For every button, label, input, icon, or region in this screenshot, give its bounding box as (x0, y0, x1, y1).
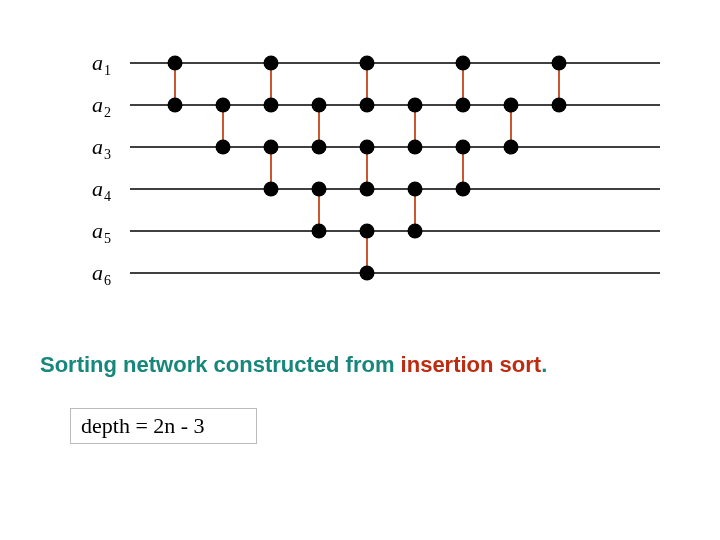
sorting-network-figure: a1a2a3a4a5a6 (0, 0, 720, 540)
wire-label: a (92, 50, 103, 75)
comparator-endpoint (552, 98, 567, 113)
wire-label-subscript: 4 (104, 189, 111, 204)
comparator-endpoint (552, 56, 567, 71)
comparator-endpoint (168, 56, 183, 71)
comparator-endpoint (456, 140, 471, 155)
wire-label: a (92, 218, 103, 243)
comparator-endpoint (360, 224, 375, 239)
depth-formula-text: depth = 2n - 3 (81, 413, 205, 438)
wire-label-subscript: 6 (104, 273, 111, 288)
wire-label: a (92, 260, 103, 285)
comparator-endpoint (312, 140, 327, 155)
wire-label-subscript: 5 (104, 231, 111, 246)
wire-label: a (92, 176, 103, 201)
comparator-endpoint (360, 98, 375, 113)
comparator-endpoint (360, 56, 375, 71)
wire-label: a (92, 134, 103, 159)
sorting-network-svg: a1a2a3a4a5a6 (0, 0, 720, 540)
comparator-endpoint (456, 182, 471, 197)
comparator-endpoint (216, 98, 231, 113)
caption-suffix: . (541, 352, 547, 377)
comparator-endpoint (312, 98, 327, 113)
comparator-endpoint (264, 56, 279, 71)
wire-label-subscript: 3 (104, 147, 111, 162)
wire-label-subscript: 1 (104, 63, 111, 78)
comparator-endpoint (408, 182, 423, 197)
comparator-endpoint (216, 140, 231, 155)
comparator-endpoint (312, 224, 327, 239)
comparator-endpoint (456, 56, 471, 71)
comparator-endpoint (456, 98, 471, 113)
comparator-endpoint (264, 182, 279, 197)
caption-prefix: Sorting network constructed from (40, 352, 401, 377)
figure-caption: Sorting network constructed from inserti… (40, 352, 547, 378)
comparator-endpoint (408, 140, 423, 155)
wire-label-subscript: 2 (104, 105, 111, 120)
comparator-endpoint (504, 140, 519, 155)
comparator-endpoint (264, 98, 279, 113)
depth-formula-box: depth = 2n - 3 (70, 408, 257, 444)
comparator-endpoint (360, 182, 375, 197)
caption-highlight: insertion sort (401, 352, 542, 377)
comparator-endpoint (360, 266, 375, 281)
comparator-endpoint (408, 224, 423, 239)
comparator-endpoint (504, 98, 519, 113)
comparator-endpoint (264, 140, 279, 155)
comparator-endpoint (408, 98, 423, 113)
wire-label: a (92, 92, 103, 117)
comparator-endpoint (168, 98, 183, 113)
comparator-endpoint (312, 182, 327, 197)
comparator-endpoint (360, 140, 375, 155)
